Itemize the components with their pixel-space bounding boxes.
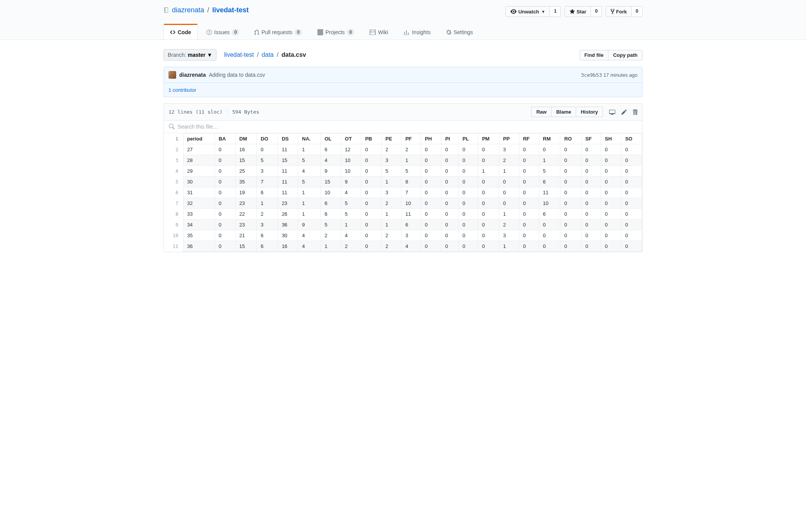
csv-cell: 10 xyxy=(341,155,361,166)
csv-cell: 12 xyxy=(341,144,361,155)
csv-cell: 36 xyxy=(278,220,298,230)
fork-icon xyxy=(611,8,614,15)
tab-insights[interactable]: Insights xyxy=(397,24,437,40)
trash-icon[interactable] xyxy=(633,109,638,115)
csv-cell: 1 xyxy=(382,177,401,187)
breadcrumb-folder[interactable]: data xyxy=(262,51,274,58)
csv-cell: 9 xyxy=(320,166,341,177)
csv-cell: 0 xyxy=(539,241,560,252)
csv-cell: 0 xyxy=(215,155,235,166)
tab-wiki[interactable]: Wiki xyxy=(363,24,395,40)
avatar[interactable] xyxy=(168,71,176,79)
lineno: 10 xyxy=(164,230,183,241)
tab-issues-label: Issues xyxy=(214,29,230,35)
csv-cell: 0 xyxy=(519,220,539,230)
csv-cell: 2 xyxy=(382,144,401,155)
csv-cell: 1 xyxy=(478,166,499,177)
csv-cell: 27 xyxy=(183,144,215,155)
csv-cell: 2 xyxy=(401,144,421,155)
star-count[interactable]: 0 xyxy=(591,6,602,17)
watch-count[interactable]: 1 xyxy=(550,6,561,17)
csv-cell: 0 xyxy=(560,187,581,198)
tab-pulls-label: Pull requests xyxy=(261,29,292,35)
csv-cell: 0 xyxy=(581,166,601,177)
eye-icon xyxy=(510,8,517,15)
table-row: 833022226165011100001060000 xyxy=(164,209,642,220)
csv-cell: 1 xyxy=(341,220,361,230)
fork-button[interactable]: Fork xyxy=(606,6,632,17)
watch-button[interactable]: Unwatch ▼ xyxy=(505,6,550,17)
csv-cell: 0 xyxy=(215,166,235,177)
csv-cell: 7 xyxy=(401,187,421,198)
csv-cell: 0 xyxy=(601,220,621,230)
csv-cell: 0 xyxy=(361,241,382,252)
lineno: 3 xyxy=(164,155,183,166)
tab-settings[interactable]: Settings xyxy=(439,24,480,40)
table-row: 103502163042402300003000000 xyxy=(164,230,642,241)
csv-cell: 0 xyxy=(361,166,382,177)
tab-code[interactable]: Code xyxy=(164,24,198,40)
csv-cell: 0 xyxy=(478,187,499,198)
csv-cell: 0 xyxy=(519,166,539,177)
csv-cell: 6 xyxy=(257,241,278,252)
csv-cell: 0 xyxy=(499,177,519,187)
star-button[interactable]: Star xyxy=(565,6,591,17)
csv-cell: 0 xyxy=(621,144,642,155)
breadcrumb-root[interactable]: livedat-test xyxy=(224,51,254,58)
csv-cell: 0 xyxy=(601,177,621,187)
csv-cell: 35 xyxy=(183,230,215,241)
csv-cell: 0 xyxy=(601,230,621,241)
csv-cell: 4 xyxy=(341,187,361,198)
branch-select[interactable]: Branch: master ▼ xyxy=(164,49,216,61)
csv-cell: 3 xyxy=(257,166,278,177)
csv-cell: 0 xyxy=(621,198,642,209)
lineno: 8 xyxy=(164,209,183,220)
tab-projects[interactable]: Projects 0 xyxy=(311,24,361,40)
csv-cell: 0 xyxy=(581,209,601,220)
csv-cell: 2 xyxy=(382,198,401,209)
lineno: 6 xyxy=(164,187,183,198)
tab-issues[interactable]: Issues 0 xyxy=(200,24,246,40)
tab-insights-label: Insights xyxy=(412,29,430,35)
csv-cell: 11 xyxy=(539,187,560,198)
csv-cell: 0 xyxy=(621,155,642,166)
table-row: 113601561641202400001000000 xyxy=(164,241,642,252)
repo-name-link[interactable]: livedat-test xyxy=(212,6,249,14)
commit-message[interactable]: Adding data to data.csv xyxy=(209,72,265,78)
pencil-icon[interactable] xyxy=(621,109,627,115)
pull-request-icon xyxy=(254,29,259,35)
csv-cell: 1 xyxy=(298,187,321,198)
csv-cell: 0 xyxy=(459,220,478,230)
repo-owner-link[interactable]: diazrenata xyxy=(172,6,204,14)
csv-cell: 4 xyxy=(298,230,321,241)
desktop-icon[interactable] xyxy=(609,109,615,115)
csv-cell: 0 xyxy=(560,144,581,155)
copy-path-button[interactable]: Copy path xyxy=(608,50,642,60)
fork-count[interactable]: 0 xyxy=(632,6,642,17)
csv-cell: 0 xyxy=(621,220,642,230)
csv-cell: 0 xyxy=(601,155,621,166)
commit-sha[interactable]: 3ce9b53 xyxy=(581,72,602,78)
contributors-link[interactable]: 1 contributor xyxy=(168,87,196,93)
commit-author[interactable]: diazrenata xyxy=(179,72,206,78)
csv-header-cell: OT xyxy=(341,134,361,144)
file-search-input[interactable] xyxy=(178,124,638,130)
csv-cell: 0 xyxy=(361,209,382,220)
csv-cell: 15 xyxy=(235,155,257,166)
lineno: 7 xyxy=(164,198,183,209)
csv-header-cell: OL xyxy=(320,134,341,144)
lineno: 9 xyxy=(164,220,183,230)
raw-button[interactable]: Raw xyxy=(531,107,552,117)
find-file-button[interactable]: Find file xyxy=(580,50,609,60)
csv-cell: 0 xyxy=(581,230,601,241)
csv-cell: 0 xyxy=(519,230,539,241)
csv-cell: 0 xyxy=(215,177,235,187)
csv-cell: 1 xyxy=(298,144,321,155)
history-button[interactable]: History xyxy=(576,107,603,117)
csv-cell: 0 xyxy=(581,155,601,166)
csv-cell: 0 xyxy=(601,187,621,198)
csv-cell: 19 xyxy=(235,187,257,198)
csv-cell: 23 xyxy=(278,198,298,209)
tab-pulls[interactable]: Pull requests 0 xyxy=(248,24,309,40)
blame-button[interactable]: Blame xyxy=(551,107,576,117)
